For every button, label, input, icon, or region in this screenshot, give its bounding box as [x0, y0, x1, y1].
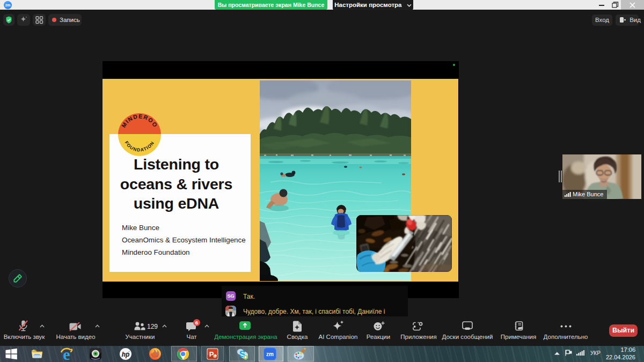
svg-text:hp: hp	[122, 351, 130, 358]
svg-text:P: P	[209, 350, 214, 358]
svg-text:zm: zm	[266, 351, 274, 357]
